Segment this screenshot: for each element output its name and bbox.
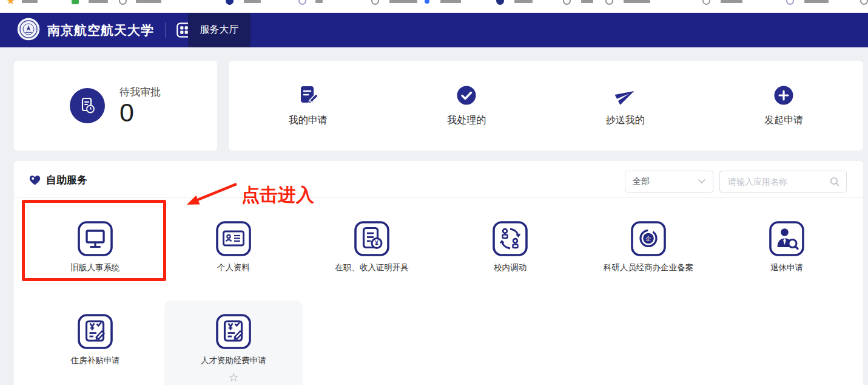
bookmark-label-stub[interactable] [89, 0, 108, 3]
header-divider [166, 22, 166, 38]
bookmark-label-stub[interactable] [22, 0, 38, 3]
app-tile-label: 人才资助经费申请 [201, 355, 266, 366]
bookmark-label-stub[interactable] [315, 0, 323, 3]
category-filter-select[interactable]: 全部 [625, 171, 713, 192]
app-header: 南京航空航天大学 服务大厅 [0, 13, 868, 47]
app-tile-label: 住房补贴申请 [71, 355, 120, 366]
svg-text:企: 企 [645, 235, 651, 242]
favicon-icon[interactable] [72, 0, 79, 4]
people-transfer-icon [493, 221, 528, 256]
money-form-icon [216, 314, 251, 349]
enterprise-icon: 企 [631, 221, 666, 256]
app-tile-enterprise-filing[interactable]: 企 科研人员经商办企业备案 [579, 213, 718, 273]
check-circle-icon [456, 84, 477, 106]
person-search-icon [769, 221, 804, 256]
app-tile-label: 科研人员经商办企业备案 [604, 262, 694, 273]
bookmark-star-icon[interactable]: ★ [6, 0, 15, 6]
favicon-icon[interactable] [786, 0, 794, 5]
app-tile-label: 校内调动 [494, 262, 527, 273]
university-logo [17, 18, 40, 43]
bookmark-label-stub[interactable] [440, 0, 461, 3]
plus-circle-icon [773, 84, 795, 106]
favicon-icon[interactable] [496, 0, 504, 5]
favicon-icon[interactable] [563, 0, 571, 5]
bookmark-label-stub[interactable] [244, 0, 261, 3]
bookmark-label-stub[interactable] [581, 0, 593, 3]
action-label: 我处理的 [447, 114, 486, 127]
approval-document-icon [70, 88, 105, 123]
divider [14, 197, 863, 198]
bookmark-label-stub[interactable] [721, 0, 742, 3]
section-title: 自助服务 [46, 173, 87, 187]
browser-bookmarks-bar: ★ [0, 0, 868, 13]
app-tile-label: 个人资料 [217, 262, 250, 273]
pending-approval-label: 待我审批 [119, 85, 161, 99]
bookmark-label-stub[interactable] [624, 0, 650, 3]
favicon-icon[interactable] [425, 0, 429, 4]
app-tile-talent-funding[interactable]: 人才资助经费申请 ☆ [164, 301, 303, 385]
app-search-input[interactable] [727, 176, 830, 187]
app-tile-personal-profile[interactable]: 个人资料 [164, 213, 303, 273]
app-search-box [719, 171, 847, 192]
favorite-star-icon[interactable]: ☆ [228, 372, 238, 383]
bookmark-label-stub[interactable] [136, 0, 161, 3]
start-application-button[interactable]: 发起申请 [705, 84, 864, 127]
favicon-icon[interactable] [605, 0, 613, 5]
pending-approval-count: 0 [119, 99, 161, 126]
my-processed-button[interactable]: 我处理的 [388, 84, 547, 127]
action-label: 我的申请 [289, 114, 328, 127]
app-tile-internal-transfer[interactable]: 校内调动 [441, 213, 579, 273]
bookmark-label-stub[interactable] [514, 0, 533, 3]
favicon-icon[interactable] [702, 0, 710, 5]
app-tile-housing-subsidy[interactable]: 住房补贴申请 [26, 301, 164, 385]
money-form-icon [78, 314, 113, 349]
search-icon[interactable] [830, 177, 839, 186]
action-label: 抄送我的 [606, 114, 645, 127]
quick-actions-card: 我的申请 我处理的 抄送我的 发起申请 [229, 61, 863, 151]
favicon-icon[interactable] [371, 0, 379, 5]
favicon-icon[interactable] [119, 0, 127, 5]
document-edit-icon [297, 84, 319, 106]
certificate-yen-icon: ¥ [354, 221, 389, 256]
heart-icon [29, 175, 41, 186]
my-applications-button[interactable]: 我的申请 [229, 84, 388, 127]
app-tile-label: 退休申请 [770, 262, 803, 273]
app-tile-legacy-hr-system[interactable]: 旧版人事系统 [26, 213, 164, 273]
bookmark-label-stub[interactable] [389, 0, 417, 3]
favicon-icon[interactable] [860, 0, 868, 5]
tab-service-hall[interactable]: 服务大厅 [188, 13, 251, 47]
selected-category: 全部 [633, 176, 650, 187]
app-tile-retirement-application[interactable]: 退休申请 [718, 213, 856, 273]
chevron-down-icon [698, 179, 705, 184]
monitor-icon [78, 221, 113, 256]
paper-plane-icon [614, 84, 637, 106]
app-tile-employment-income-certificate[interactable]: ¥ 在职、收入证明开具 [303, 213, 441, 273]
action-label: 发起申请 [764, 114, 803, 127]
favicon-icon[interactable] [298, 0, 306, 5]
id-card-icon [216, 221, 251, 256]
cc-to-me-button[interactable]: 抄送我的 [546, 84, 705, 127]
bookmark-label-stub[interactable] [804, 0, 829, 3]
app-tile-label: 旧版人事系统 [71, 262, 120, 273]
svg-text:¥: ¥ [375, 239, 378, 247]
pending-approval-card[interactable]: 待我审批 0 [14, 61, 217, 151]
app-tile-label: 在职、收入证明开具 [335, 262, 409, 273]
university-name: 南京航空航天大学 [47, 22, 154, 39]
favicon-icon[interactable] [226, 0, 234, 5]
self-service-panel: 自助服务 全部 旧版人事系统 [14, 161, 863, 385]
